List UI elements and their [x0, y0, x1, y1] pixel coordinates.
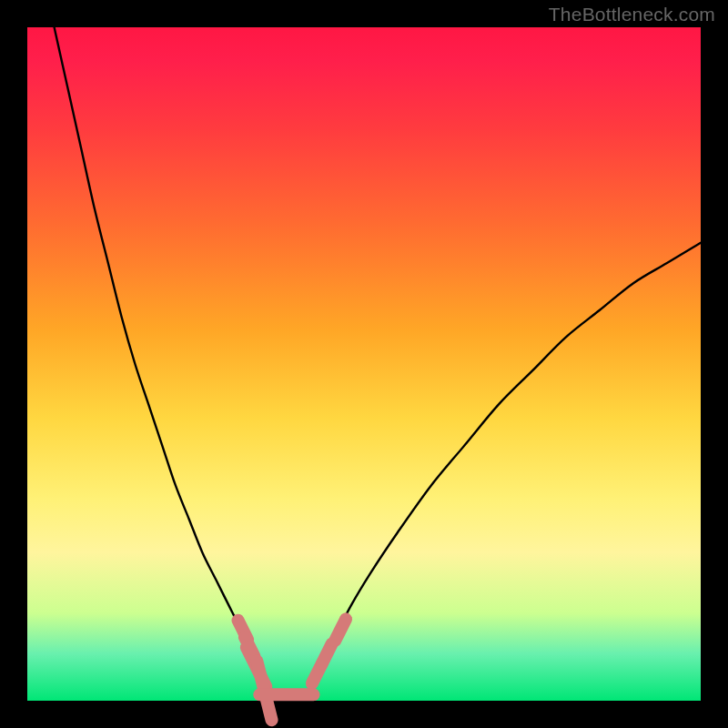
chart-frame: TheBottleneck.com [0, 0, 728, 728]
left-curve [55, 27, 267, 687]
watermark-text: TheBottleneck.com [549, 4, 715, 25]
right-curve [310, 243, 701, 687]
chart-svg [27, 27, 701, 701]
marker-right-1 [322, 644, 332, 663]
marker-right-2 [335, 619, 346, 641]
markers-group [238, 619, 347, 720]
